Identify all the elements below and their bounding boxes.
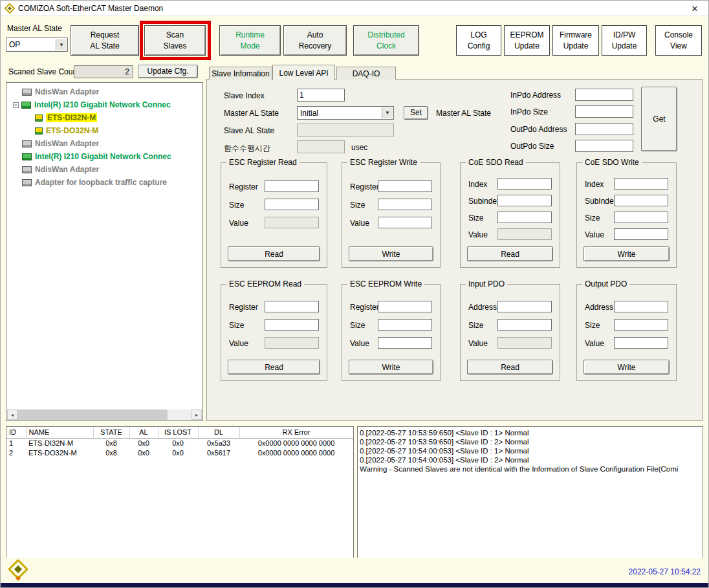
- console-view-button[interactable]: Console View: [655, 25, 702, 56]
- col-header-rx-error[interactable]: RX Error: [239, 427, 353, 438]
- cell-dl: 0x5a33: [198, 438, 239, 448]
- log-line: 0.[2022-05-27 10:54:00:053] <Slave ID : …: [360, 446, 701, 455]
- subindex-input[interactable]: [614, 195, 668, 206]
- value-input[interactable]: [614, 228, 668, 240]
- register-input[interactable]: [378, 301, 432, 312]
- slave-device-icon: [35, 114, 43, 122]
- size-input[interactable]: [265, 319, 319, 331]
- usec-label: usec: [351, 143, 367, 152]
- scroll-left-icon[interactable]: ◄: [7, 409, 17, 420]
- group-output-pdo: Output PDO Address Size Value Write: [576, 284, 677, 381]
- tree-item-label: ETS-DO32N-M: [46, 126, 98, 135]
- scrollbar-thumb[interactable]: [17, 409, 168, 420]
- col-header-id[interactable]: ID: [6, 427, 26, 438]
- subindex-input[interactable]: [497, 195, 552, 206]
- group-title: ESC Register Read: [226, 158, 300, 167]
- size-input[interactable]: [614, 319, 668, 331]
- status-timestamp: 2022-05-27 10:54:22: [629, 567, 701, 576]
- network-adapter-icon: [22, 140, 32, 147]
- tab-daq-io[interactable]: DAQ-IO: [336, 67, 396, 80]
- log-config-button[interactable]: LOG Config: [456, 25, 501, 56]
- tree-item-ets-di32n[interactable]: ETS-DI32N-M: [8, 111, 201, 124]
- eeprom-update-button[interactable]: EEPROM Update: [504, 25, 550, 56]
- get-button[interactable]: Get: [641, 87, 677, 151]
- tree-item-ndiswan-adapter[interactable]: NdisWan Adapter: [8, 137, 201, 150]
- size-input[interactable]: [265, 199, 319, 210]
- master-al-state-select[interactable]: OP ▼: [6, 38, 68, 52]
- outpdo-size-input[interactable]: [575, 140, 633, 152]
- read-button[interactable]: Read: [228, 246, 320, 261]
- app-icon[interactable]: [5, 3, 15, 14]
- scroll-right-icon[interactable]: ►: [191, 409, 202, 420]
- tree-item-ndiswan-adapter[interactable]: NdisWan Adapter: [8, 85, 201, 98]
- size-label: Size: [468, 321, 483, 330]
- value-label: Value: [585, 339, 604, 348]
- index-label: Index: [468, 180, 487, 189]
- address-input[interactable]: [497, 301, 552, 312]
- distributed-clock-button[interactable]: Distributed Clock: [353, 25, 419, 56]
- dropdown-arrow-icon[interactable]: ▼: [56, 39, 67, 50]
- write-button[interactable]: Write: [584, 360, 670, 375]
- size-input[interactable]: [497, 319, 552, 331]
- tree-item-loopback-adapter[interactable]: Adapter for loopback traffic capture: [8, 176, 201, 189]
- size-input[interactable]: [378, 319, 432, 331]
- register-input[interactable]: [265, 180, 319, 192]
- firmware-update-button[interactable]: Firmware Update: [552, 25, 599, 56]
- idpw-update-button[interactable]: ID/PW Update: [602, 25, 647, 56]
- col-header-is-lost[interactable]: IS LOST: [158, 427, 198, 438]
- size-input[interactable]: [614, 212, 668, 223]
- read-button[interactable]: Read: [228, 360, 320, 375]
- inpdo-address-input[interactable]: [575, 89, 633, 101]
- table-row[interactable]: 2 ETS-DO32N-M 0x8 0x0 0x0 0x5617 0x0000 …: [6, 448, 353, 457]
- write-button[interactable]: Write: [349, 246, 433, 261]
- read-button[interactable]: Read: [467, 360, 553, 375]
- update-cfg-button[interactable]: Update Cfg.: [138, 65, 198, 78]
- value-input[interactable]: [614, 337, 668, 349]
- inpdo-size-input[interactable]: [575, 105, 633, 118]
- address-input[interactable]: [614, 301, 668, 312]
- outpdo-address-input[interactable]: [575, 123, 633, 135]
- register-input[interactable]: [378, 180, 432, 192]
- size-input[interactable]: [378, 199, 432, 210]
- tree-item-intel-adapter[interactable]: − Intel(R) I210 Gigabit Network Connec: [8, 98, 201, 111]
- read-button[interactable]: Read: [467, 246, 553, 261]
- col-header-al[interactable]: AL: [129, 427, 158, 438]
- write-button[interactable]: Write: [349, 360, 433, 375]
- request-al-state-button[interactable]: Request AL State: [71, 25, 139, 56]
- col-header-state[interactable]: STATE: [93, 427, 129, 438]
- scanned-slave-count-label: Scaned Slave Count: [8, 67, 79, 76]
- value-label: Value: [350, 219, 369, 228]
- index-input[interactable]: [614, 178, 668, 190]
- tree-horizontal-scrollbar[interactable]: ◄ ►: [7, 409, 202, 420]
- index-input[interactable]: [497, 178, 552, 190]
- tree-item-intel-adapter[interactable]: Intel(R) I210 Gigabit Network Connec: [8, 150, 201, 163]
- tab-low-level-api[interactable]: Low Level API: [272, 65, 335, 80]
- write-button[interactable]: Write: [584, 246, 670, 261]
- col-header-dl[interactable]: DL: [198, 427, 239, 438]
- tree-item-ndiswan-adapter[interactable]: NdisWan Adapter: [8, 163, 201, 176]
- col-header-name[interactable]: NAME: [26, 427, 93, 438]
- register-input[interactable]: [265, 301, 319, 312]
- close-icon[interactable]: ✕: [688, 2, 702, 15]
- auto-recovery-button[interactable]: Auto Recovery: [283, 25, 347, 56]
- size-input[interactable]: [497, 212, 552, 223]
- set-button[interactable]: Set: [404, 106, 428, 120]
- log-panel[interactable]: 0.[2022-05-27 10:53:59:650] <Slave ID : …: [357, 426, 703, 559]
- slave-index-input[interactable]: [297, 89, 345, 102]
- dropdown-arrow-icon[interactable]: ▼: [382, 107, 393, 118]
- value-field: [265, 217, 319, 228]
- tree-item-ets-do32n[interactable]: ETS-DO32N-M: [8, 124, 201, 137]
- cell-name: ETS-DO32N-M: [26, 448, 93, 457]
- cell-state: 0x8: [93, 448, 129, 457]
- master-al-state-form-select[interactable]: Initial ▼: [297, 106, 394, 120]
- group-title: CoE SDO Write: [582, 158, 642, 167]
- value-input[interactable]: [378, 337, 432, 349]
- group-input-pdo: Input PDO Address Size Value Read: [460, 284, 560, 381]
- runtime-mode-button[interactable]: Runtime Mode: [219, 25, 281, 56]
- scan-slaves-button[interactable]: Scan Slaves: [144, 25, 206, 56]
- value-input[interactable]: [378, 217, 432, 228]
- tab-slave-information[interactable]: Slave Infomation: [209, 67, 272, 80]
- collapse-icon[interactable]: −: [13, 102, 19, 108]
- tree-item-label: NdisWan Adapter: [35, 139, 99, 148]
- table-row[interactable]: 1 ETS-DI32N-M 0x8 0x0 0x0 0x5a33 0x0000 …: [6, 438, 353, 448]
